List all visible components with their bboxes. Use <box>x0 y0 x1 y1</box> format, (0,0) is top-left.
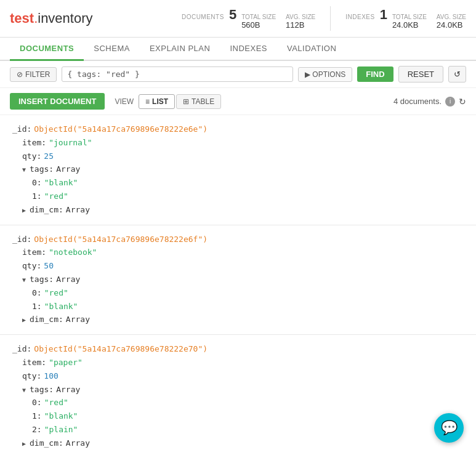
doc-qty-line: qty: 100 <box>12 370 464 383</box>
indexes-avg-size-val: 24.0KB <box>437 20 466 30</box>
doc-id-line: _id: ObjectId("5a14a17ca769896e78222e6f"… <box>12 233 464 246</box>
tag-value-2-2: "plain" <box>44 424 78 437</box>
docs-label-block: DOCUMENTS <box>182 14 224 20</box>
action-bar: INSERT DOCUMENT VIEW ≡ LIST ⊞ TABLE 4 do… <box>0 88 476 115</box>
tags-type: Array <box>56 384 80 397</box>
qty-value: 25 <box>44 150 54 163</box>
tag-index-0-0: 0: <box>32 177 42 190</box>
indexes-avg-size: AVG. SIZE 24.0KB <box>437 14 466 30</box>
table-row: _id: ObjectId("5a14a17ca769896e78222e6f"… <box>0 225 476 336</box>
document-count: 4 documents. i ↻ <box>393 97 466 107</box>
tab-validation[interactable]: VALIDATION <box>277 38 346 61</box>
doc-item-line: item: "notebook" <box>12 246 464 259</box>
item-key: item: <box>22 356 46 369</box>
history-button[interactable]: ↺ <box>448 66 466 83</box>
tab-schema[interactable]: SCHEMA <box>84 38 140 61</box>
indexes-total-size-val: 24.0KB <box>392 20 427 30</box>
info-icon[interactable]: i <box>445 97 455 107</box>
tag-value-2-0: "red" <box>44 397 68 409</box>
tag-index-1-0: 0: <box>32 287 42 300</box>
documents-list: _id: ObjectId("5a14a17ca769896e78222e6e"… <box>0 115 476 455</box>
list-item: 1: "red" <box>12 190 464 203</box>
id-key: _id: <box>12 123 31 136</box>
doc-id-line: _id: ObjectId("5a14a17ca769896e78222e70"… <box>12 343 464 356</box>
dimcm-toggle[interactable]: ▶ <box>22 439 26 449</box>
docs-label: DOCUMENTS <box>182 14 224 20</box>
filter-button[interactable]: ⊘ FILTER <box>10 67 57 82</box>
tab-documents[interactable]: DOCUMENTS <box>10 38 84 61</box>
chat-icon: 💬 <box>441 420 458 436</box>
id-value: ObjectId("5a14a17ca769896e78222e6e") <box>34 123 208 136</box>
table-icon: ⊞ <box>183 97 189 106</box>
docs-stat-block: DOCUMENTS 5 TOTAL SIZE 560B AVG. SIZE 11… <box>182 8 315 30</box>
find-label: FIND <box>366 70 384 79</box>
tags-type: Array <box>56 163 80 176</box>
item-key: item: <box>22 137 46 150</box>
reset-button[interactable]: RESET <box>398 66 443 83</box>
list-item: 1: "blank" <box>12 300 464 313</box>
tag-index-2-0: 0: <box>32 397 42 409</box>
tab-explain-plan[interactable]: EXPLAIN PLAN <box>140 38 220 61</box>
list-label: LIST <box>152 97 168 106</box>
indexes-stat-block: INDEXES 1 TOTAL SIZE 24.0KB AVG. SIZE 24… <box>345 8 466 30</box>
docs-count: 5 <box>229 8 236 22</box>
qty-value: 50 <box>44 260 54 273</box>
options-label: ▶ OPTIONS <box>305 70 345 79</box>
list-item: 0: "red" <box>12 287 464 300</box>
dimcm-key: dim_cm: <box>30 204 63 217</box>
qty-key: qty: <box>22 150 41 163</box>
item-key: item: <box>22 246 46 259</box>
qty-key: qty: <box>22 260 41 273</box>
item-value: "notebook" <box>49 246 97 259</box>
table-row: _id: ObjectId("5a14a17ca769896e78222e70"… <box>0 335 476 455</box>
tag-value-0-0: "blank" <box>44 177 78 190</box>
tags-toggle[interactable]: ▼ <box>22 275 26 285</box>
table-row: _id: ObjectId("5a14a17ca769896e78222e6e"… <box>0 115 476 225</box>
tag-value-2-1: "blank" <box>44 410 78 423</box>
doc-count-text: 4 documents. <box>393 97 442 106</box>
insert-document-button[interactable]: INSERT DOCUMENT <box>10 93 105 110</box>
table-view-button[interactable]: ⊞ TABLE <box>176 94 221 109</box>
tags-key: tags: <box>30 273 54 286</box>
indexes-total-size-label: TOTAL SIZE <box>392 14 427 20</box>
indexes-label-block: INDEXES <box>345 14 374 20</box>
filter-label: FILTER <box>25 70 50 79</box>
qty-key: qty: <box>22 370 41 383</box>
tags-toggle[interactable]: ▼ <box>22 165 26 175</box>
reset-label: RESET <box>408 70 434 79</box>
insert-label: INSERT DOCUMENT <box>18 97 96 106</box>
tags-toggle[interactable]: ▼ <box>22 385 26 395</box>
docs-avg-size-label: AVG. SIZE <box>286 14 315 20</box>
tag-index-0-1: 1: <box>32 190 42 203</box>
list-item: 2: "plain" <box>12 424 464 437</box>
indexes-count: 1 <box>380 8 387 22</box>
doc-tags-line: ▼ tags: Array <box>12 273 464 286</box>
chat-button[interactable]: 💬 <box>434 413 464 443</box>
filter-input[interactable] <box>62 66 293 82</box>
filter-icon: ⊘ <box>17 70 23 79</box>
list-item: 0: "blank" <box>12 177 464 190</box>
list-icon: ≡ <box>145 97 150 106</box>
doc-qty-line: qty: 50 <box>12 260 464 273</box>
options-button[interactable]: ▶ OPTIONS <box>298 67 352 82</box>
refresh-icon[interactable]: ↻ <box>459 97 466 107</box>
tag-index-2-1: 1: <box>32 410 42 423</box>
qty-value: 100 <box>44 370 58 383</box>
header: test.inventory DOCUMENTS 5 TOTAL SIZE 56… <box>0 0 476 38</box>
list-item: 1: "blank" <box>12 410 464 423</box>
find-button[interactable]: FIND <box>357 66 393 82</box>
tags-key: tags: <box>30 384 54 397</box>
dimcm-type: Array <box>66 313 90 326</box>
header-stats: DOCUMENTS 5 TOTAL SIZE 560B AVG. SIZE 11… <box>182 6 466 31</box>
id-value: ObjectId("5a14a17ca769896e78222e6f") <box>34 233 208 246</box>
list-view-button[interactable]: ≡ LIST <box>139 94 175 109</box>
id-key: _id: <box>12 233 31 246</box>
view-label: VIEW <box>115 97 134 106</box>
doc-item-line: item: "journal" <box>12 137 464 150</box>
tab-bar: DOCUMENTS SCHEMA EXPLAIN PLAN INDEXES VA… <box>0 38 476 61</box>
tab-indexes[interactable]: INDEXES <box>220 38 277 61</box>
dimcm-toggle[interactable]: ▶ <box>22 315 26 325</box>
dimcm-toggle[interactable]: ▶ <box>22 206 26 215</box>
doc-tags-line: ▼ tags: Array <box>12 163 464 176</box>
logo-inventory: inventory <box>38 10 92 26</box>
